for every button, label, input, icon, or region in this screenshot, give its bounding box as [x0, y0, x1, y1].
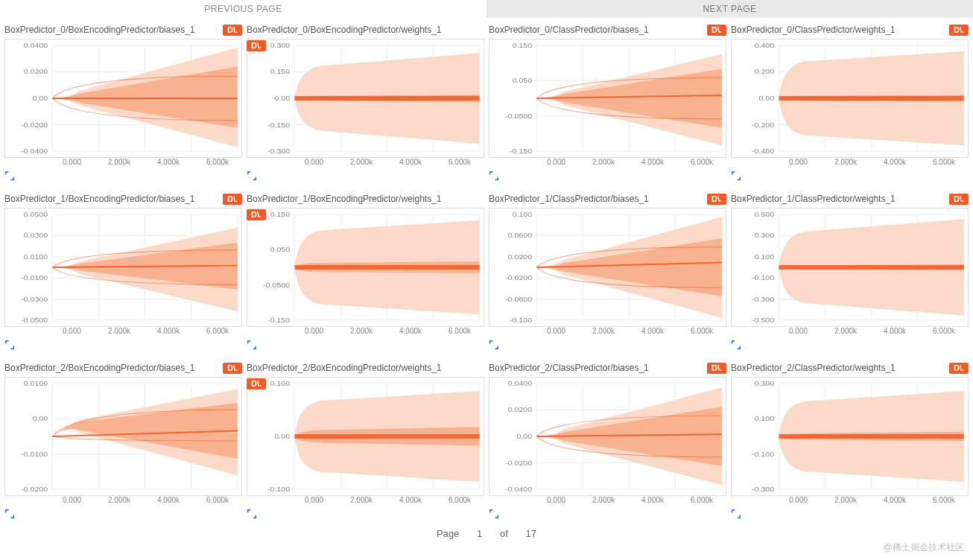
- x-axis: 0.0002.000k4.000k6.000k: [247, 327, 484, 335]
- y-tick: -0.0400: [21, 147, 48, 155]
- y-tick: -0.0500: [263, 281, 290, 289]
- expand-icon[interactable]: [247, 509, 257, 519]
- expand-icon[interactable]: [489, 509, 499, 519]
- panel-actions: [731, 509, 969, 524]
- histogram-plot[interactable]: 0.1500.050-0.0500-0.150: [247, 208, 484, 327]
- expand-icon[interactable]: [731, 171, 741, 181]
- x-tick: 2.000k: [834, 158, 857, 166]
- y-tick: 0.0100: [24, 252, 48, 261]
- run-badge[interactable]: D\.: [707, 194, 726, 205]
- y-tick: 0.0200: [508, 252, 533, 261]
- y-tick: -0.0200: [21, 121, 48, 129]
- panel-actions: [4, 509, 242, 524]
- y-tick: 0.150: [270, 210, 291, 218]
- histogram-plot[interactable]: 0.1500.050-0.0500-0.150: [489, 39, 726, 158]
- y-tick: -0.0100: [21, 273, 48, 281]
- panel-header: BoxPredictor_0/ClassPredictor/biases_1D\…: [489, 21, 726, 39]
- y-tick: -0.300: [752, 485, 774, 493]
- expand-icon[interactable]: [4, 509, 15, 519]
- panel-header: BoxPredictor_1/ClassPredictor/biases_1D\…: [489, 190, 726, 208]
- y-tick: -0.100: [510, 316, 532, 324]
- panel-title: BoxPredictor_0/ClassPredictor/weights_1: [731, 25, 896, 35]
- run-badge[interactable]: D\.: [223, 363, 242, 374]
- expand-icon[interactable]: [247, 171, 257, 181]
- x-tick: 6.000k: [933, 158, 955, 166]
- next-page-button[interactable]: NEXT PAGE: [486, 0, 973, 18]
- x-axis: 0.0002.000k4.000k6.000k: [4, 158, 242, 166]
- y-tick: 0.500: [755, 210, 775, 218]
- histogram-plot[interactable]: 0.4000.2000.00-0.200-0.400: [731, 39, 969, 158]
- expand-icon[interactable]: [4, 171, 15, 181]
- y-tick: -0.150: [267, 121, 290, 129]
- panel-header: BoxPredictor_2/ClassPredictor/biases_1D\…: [489, 359, 726, 377]
- x-tick: 2.000k: [350, 496, 373, 504]
- y-tick: 0.400: [755, 41, 775, 49]
- panel-actions: [489, 171, 726, 185]
- histogram-plot[interactable]: 0.01000.00-0.0100-0.0200: [4, 377, 242, 496]
- previous-page-button[interactable]: PREVIOUS PAGE: [0, 0, 486, 18]
- x-tick: 0.000: [547, 158, 565, 166]
- x-axis: 0.0002.000k4.000k6.000k: [4, 496, 242, 504]
- histogram-plot[interactable]: 0.5000.3000.100-0.100-0.300-0.500: [731, 208, 969, 327]
- y-tick: -0.100: [752, 273, 774, 281]
- y-tick: -0.0400: [505, 485, 532, 493]
- histogram-panel: BoxPredictor_2/ClassPredictor/weights_1D…: [731, 359, 969, 524]
- x-tick: 4.000k: [157, 158, 180, 166]
- x-tick: 2.000k: [108, 496, 130, 504]
- panel-header: BoxPredictor_2/BoxEncodingPredictor/weig…: [247, 359, 484, 377]
- x-tick: 0.000: [63, 496, 81, 504]
- x-tick: 4.000k: [157, 327, 180, 335]
- y-tick: 0.0200: [24, 68, 48, 76]
- histogram-plot[interactable]: 0.3000.1500.00-0.150-0.300: [247, 39, 484, 158]
- expand-icon[interactable]: [731, 509, 741, 519]
- y-tick: 0.200: [755, 68, 775, 76]
- panel-actions: [489, 340, 726, 354]
- run-badge[interactable]: D\.: [707, 25, 726, 36]
- y-tick: -0.400: [752, 147, 774, 155]
- x-tick: 6.000k: [206, 496, 229, 504]
- run-badge[interactable]: D\.: [223, 25, 242, 36]
- expand-icon[interactable]: [4, 340, 15, 350]
- x-tick: 6.000k: [933, 327, 955, 335]
- x-axis: 0.0002.000k4.000k6.000k: [731, 158, 969, 166]
- y-tick: -0.100: [752, 450, 774, 458]
- x-tick: 4.000k: [399, 158, 422, 166]
- y-tick: -0.150: [510, 147, 532, 155]
- panel-header: BoxPredictor_0/BoxEncodingPredictor/bias…: [4, 21, 242, 39]
- panel-actions: [731, 171, 969, 185]
- run-badge[interactable]: D\.: [247, 209, 266, 220]
- y-tick: -0.150: [267, 316, 290, 324]
- run-badge[interactable]: D\.: [247, 378, 266, 389]
- x-axis: 0.0002.000k4.000k6.000k: [489, 158, 726, 166]
- run-badge[interactable]: D\.: [223, 194, 242, 205]
- histogram-panel: BoxPredictor_2/BoxEncodingPredictor/weig…: [247, 359, 484, 524]
- histogram-plot[interactable]: 0.3000.100-0.100-0.300: [731, 377, 969, 496]
- page-footer: Page 1 of 17: [0, 524, 973, 542]
- panel-header: BoxPredictor_0/BoxEncodingPredictor/weig…: [247, 21, 484, 39]
- expand-icon[interactable]: [489, 171, 499, 181]
- run-badge[interactable]: D\.: [949, 25, 969, 36]
- x-tick: 0.000: [63, 327, 81, 335]
- histogram-plot[interactable]: 0.1000.06000.0200-0.0200-0.0600-0.100: [489, 208, 726, 327]
- expand-icon[interactable]: [731, 340, 741, 350]
- y-tick: 0.100: [513, 210, 533, 218]
- expand-icon[interactable]: [247, 340, 257, 350]
- histogram-plot[interactable]: 0.05000.03000.0100-0.0100-0.0300-0.0500: [4, 208, 242, 327]
- run-badge[interactable]: D\.: [949, 194, 969, 205]
- histogram-plot[interactable]: 0.1000.00-0.100: [247, 377, 484, 496]
- y-tick: -0.300: [267, 147, 290, 155]
- panel-actions: [731, 340, 969, 354]
- y-tick: 0.0100: [24, 379, 48, 387]
- x-tick: 6.000k: [691, 327, 713, 335]
- expand-icon[interactable]: [489, 340, 499, 350]
- x-tick: 2.000k: [592, 158, 615, 166]
- x-tick: 2.000k: [350, 158, 373, 166]
- y-tick: -0.500: [752, 316, 774, 324]
- run-badge[interactable]: D\.: [949, 363, 969, 374]
- run-badge[interactable]: D\.: [707, 363, 726, 374]
- panel-actions: [247, 340, 484, 354]
- histogram-plot[interactable]: 0.04000.02000.00-0.0200-0.0400: [4, 39, 242, 158]
- run-badge[interactable]: D\.: [247, 40, 266, 51]
- histogram-plot[interactable]: 0.04000.02000.00-0.0200-0.0400: [489, 377, 726, 496]
- panel-header: BoxPredictor_1/ClassPredictor/weights_1D…: [731, 190, 969, 208]
